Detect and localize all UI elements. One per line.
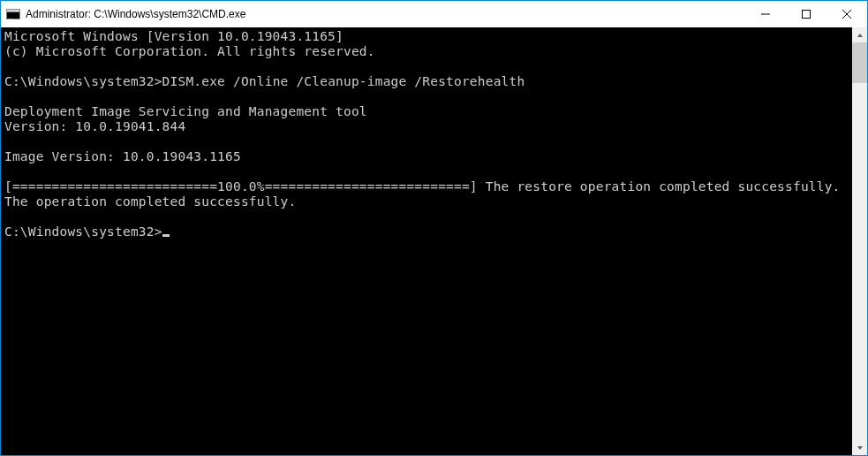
close-button[interactable]: [826, 1, 867, 27]
cmd-window: _ Administrator: C:\Windows\system32\CMD…: [0, 0, 868, 456]
minimize-button[interactable]: [745, 1, 786, 27]
text-cursor: [162, 234, 170, 237]
scroll-down-button[interactable]: [852, 440, 867, 455]
prompt-path: C:\Windows\system32>: [4, 74, 162, 88]
completion-line: The operation completed successfully.: [4, 194, 296, 209]
prompt-path: C:\Windows\system32>: [4, 224, 162, 239]
image-version-line: Image Version: 10.0.19043.1165: [4, 149, 241, 163]
dism-tool-line: Deployment Image Servicing and Managemen…: [4, 104, 367, 118]
svg-marker-8: [857, 446, 863, 450]
window-controls: [745, 1, 867, 27]
titlebar[interactable]: _ Administrator: C:\Windows\system32\CMD…: [1, 1, 867, 27]
window-title: Administrator: C:\Windows\system32\CMD.e…: [26, 8, 245, 20]
scroll-up-button[interactable]: [852, 27, 867, 42]
svg-marker-7: [857, 34, 863, 37]
scrollbar-thumb[interactable]: [852, 42, 867, 83]
os-version-line: Microsoft Windows [Version 10.0.19043.11…: [4, 29, 343, 43]
dism-version-line: Version: 10.0.19041.844: [4, 119, 185, 133]
command-text: DISM.exe /Online /Cleanup-image /Restore…: [162, 74, 525, 88]
svg-rect-4: [803, 11, 811, 19]
client-area: Microsoft Windows [Version 10.0.19043.11…: [1, 27, 867, 455]
scrollbar-track[interactable]: [852, 42, 867, 440]
cmd-app-icon: _: [6, 7, 20, 21]
vertical-scrollbar[interactable]: [852, 27, 867, 455]
progress-bar-line: [==========================100.0%=======…: [4, 179, 841, 194]
maximize-button[interactable]: [786, 1, 826, 27]
terminal-output[interactable]: Microsoft Windows [Version 10.0.19043.11…: [1, 27, 852, 455]
copyright-line: (c) Microsoft Corporation. All rights re…: [4, 44, 375, 58]
